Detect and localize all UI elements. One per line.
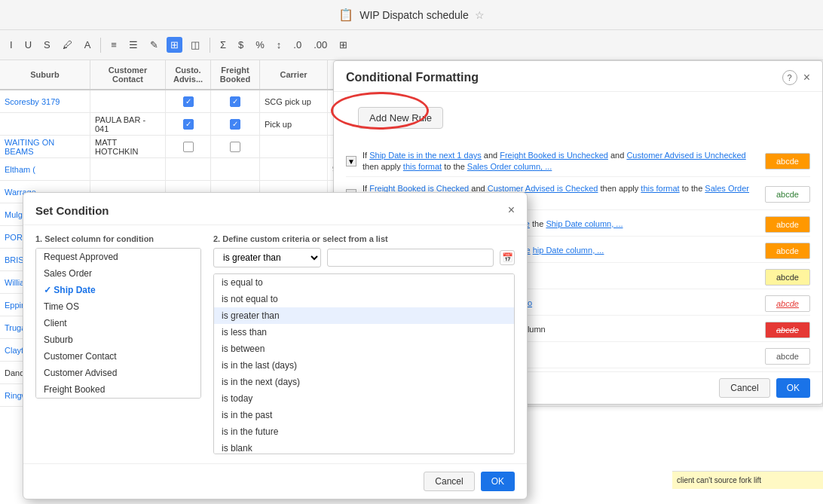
cf-rule-preview: abcde xyxy=(765,243,810,259)
column-button[interactable]: ◫ xyxy=(187,37,203,53)
cf-panel-title: Conditional Formatting xyxy=(346,71,479,84)
dropdown-item[interactable]: is blank xyxy=(214,440,514,454)
sc-criteria-label-text: 2. Define custom criteria or select from… xyxy=(213,234,388,243)
cell-freight: ✓ xyxy=(211,90,260,112)
star-icon[interactable]: ☆ xyxy=(475,9,485,21)
cf-rule-preview: abcde xyxy=(765,322,810,338)
list-item-selected[interactable]: Ship Date xyxy=(36,282,200,298)
dropdown-item[interactable]: is today xyxy=(214,390,514,407)
dropdown-item[interactable]: is between xyxy=(214,341,514,357)
cf-rule-link[interactable]: this format xyxy=(403,162,442,171)
font-color-button[interactable]: A xyxy=(81,37,95,53)
sc-modal-body: 1. Select column for condition Request A… xyxy=(23,225,527,463)
checkbox-advised[interactable]: ✓ xyxy=(183,96,194,107)
cf-cancel-button[interactable]: Cancel xyxy=(719,378,769,398)
list-item[interactable]: Carrier xyxy=(36,398,200,399)
cf-rule-preview: abcde xyxy=(765,348,810,365)
sc-col-label: 1. Select column for condition xyxy=(35,234,201,243)
italic-button[interactable]: I xyxy=(6,37,17,53)
dropdown-item[interactable]: is in the last (days) xyxy=(214,357,514,374)
checkbox-freight[interactable] xyxy=(230,142,240,152)
dropdown-item[interactable]: is in the next (days) xyxy=(214,374,514,390)
list-item[interactable]: Freight Booked xyxy=(36,381,200,398)
dropdown-item[interactable]: is not equal to xyxy=(214,291,514,307)
cell-contact: PAULA BAR - 041 xyxy=(90,113,166,135)
cell-suburb xyxy=(0,113,90,135)
cf-rule-link[interactable]: Ship Date column, ... xyxy=(546,219,623,228)
cf-rule-preview: abcde xyxy=(765,295,810,312)
cf-rule-link[interactable]: Freight Booked is Unchecked xyxy=(500,151,608,160)
sc-ok-button[interactable]: OK xyxy=(481,472,515,491)
col-header-carrier: Carrier xyxy=(260,60,328,89)
currency-button[interactable]: $ xyxy=(234,37,247,53)
sc-criteria-section: 2. Define custom criteria or select from… xyxy=(201,234,515,454)
cf-rule-preview: abcde xyxy=(765,216,810,233)
cf-rule-link[interactable]: this format xyxy=(641,184,679,193)
cell-advised xyxy=(166,158,211,180)
sc-modal-header: Set Condition × xyxy=(23,193,527,225)
paint-format-button[interactable]: 🖊 xyxy=(59,37,76,53)
col-header-contact: CustomerContact xyxy=(90,60,166,89)
percent-button[interactable]: % xyxy=(252,37,268,53)
table-view-button[interactable]: ⊞ xyxy=(167,37,182,53)
cf-rule-row: ▼ If Ship Date is in the next 1 days and… xyxy=(346,147,810,177)
add-rule-wrapper: Add New Rule xyxy=(346,99,455,136)
set-condition-modal: Set Condition × 1. Select column for con… xyxy=(23,192,528,499)
decimal-less-button[interactable]: .0 xyxy=(289,37,305,53)
checkbox-advised[interactable]: ✓ xyxy=(183,119,194,130)
checkbox-freight[interactable]: ✓ xyxy=(230,119,240,130)
decimal-more-button[interactable]: .00 xyxy=(310,37,331,53)
edit-button[interactable]: ✎ xyxy=(146,37,162,53)
list-item[interactable]: Sales Order xyxy=(36,265,200,282)
list-item[interactable]: Customer Contact xyxy=(36,348,200,365)
cell-carrier xyxy=(260,136,328,157)
cf-rule-link[interactable]: Customer Advised is Checked xyxy=(488,184,598,193)
cf-close-button[interactable]: × xyxy=(803,71,810,84)
format-button[interactable]: ⊞ xyxy=(335,37,351,53)
align-button[interactable]: ≡ xyxy=(107,37,121,53)
list-button[interactable]: ☰ xyxy=(125,37,142,53)
cell-advised: ✓ xyxy=(166,90,211,112)
list-item[interactable]: Request Approved xyxy=(36,249,200,265)
underline-button[interactable]: U xyxy=(21,37,35,53)
dropdown-item[interactable]: is in the future xyxy=(214,423,514,440)
strikethrough-button[interactable]: S xyxy=(40,37,54,53)
dropdown-item[interactable]: is less than xyxy=(214,324,514,341)
cf-rule-link[interactable]: Sales Order column, ... xyxy=(467,162,552,171)
sc-criteria-select[interactable]: is equal to is not equal to is greater t… xyxy=(213,248,321,267)
list-item[interactable]: Customer Advised xyxy=(36,365,200,381)
list-item[interactable]: Client xyxy=(36,315,200,331)
cf-rule-preview: abcde xyxy=(765,153,810,170)
cell-carrier: Pick up xyxy=(260,113,328,135)
sort-button[interactable]: ↕ xyxy=(273,37,286,53)
cell-suburb: WAITING ON BEAMS xyxy=(0,136,90,157)
list-item[interactable]: Suburb xyxy=(36,331,200,348)
dropdown-item-selected[interactable]: is greater than xyxy=(214,307,514,324)
toolbar: I U S 🖊 A ≡ ☰ ✎ ⊞ ◫ Σ $ % ↕ .0 .00 ⊞ xyxy=(0,30,823,60)
dropdown-item[interactable]: is equal to xyxy=(214,274,514,291)
sc-criteria-label: 2. Define custom criteria or select from… xyxy=(213,234,515,243)
cf-panel-controls: ? × xyxy=(782,70,810,85)
sc-criteria-value-input[interactable] xyxy=(327,249,494,267)
cell-contact xyxy=(90,158,166,180)
cf-rule-toggle[interactable]: ▼ xyxy=(346,156,356,166)
cf-help-button[interactable]: ? xyxy=(782,70,797,85)
cell-freight: ✓ xyxy=(211,113,260,135)
cf-ok-button[interactable]: OK xyxy=(776,378,810,398)
checkbox-freight[interactable]: ✓ xyxy=(230,96,240,107)
sc-cancel-button[interactable]: Cancel xyxy=(424,472,474,491)
toolbar-divider-2 xyxy=(210,38,210,53)
sum-button[interactable]: Σ xyxy=(216,37,230,53)
cf-rule-link[interactable]: Freight Booked is Checked xyxy=(369,184,469,193)
cf-rule-link[interactable]: Ship Date is in the next 1 days xyxy=(369,151,482,160)
checkbox-advised[interactable] xyxy=(183,142,194,152)
list-item[interactable]: Time OS xyxy=(36,298,200,315)
cell-suburb: Eltham ( xyxy=(0,158,90,180)
cf-rule-link[interactable]: hip Date column, ... xyxy=(533,246,604,255)
add-new-rule-button[interactable]: Add New Rule xyxy=(358,107,443,129)
cf-rule-link[interactable]: Customer Advised is Unchecked xyxy=(626,151,745,160)
calendar-icon[interactable]: 📅 xyxy=(500,250,515,265)
title-bar: 📋 WIP Dispatch schedule ☆ xyxy=(0,0,823,30)
sc-close-button[interactable]: × xyxy=(508,203,515,217)
dropdown-item[interactable]: is in the past xyxy=(214,407,514,423)
